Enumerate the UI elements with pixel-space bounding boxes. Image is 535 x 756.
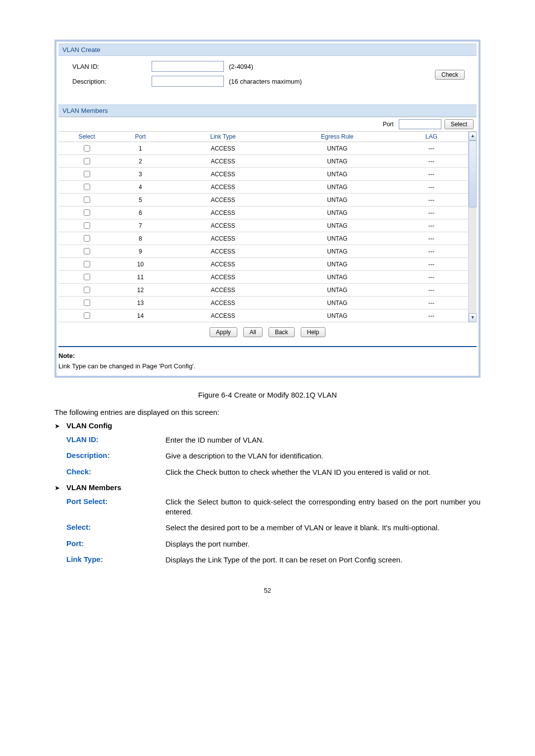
table-row: 1ACCESSUNTAG---: [58, 142, 468, 155]
row-port: 1: [115, 142, 166, 155]
apply-button[interactable]: Apply: [210, 327, 237, 337]
definition-text: Give a description to the VLAN for ident…: [165, 451, 481, 461]
row-port: 6: [115, 206, 166, 219]
row-port: 11: [115, 271, 166, 284]
table-row: 6ACCESSUNTAG---: [58, 206, 468, 219]
row-lag: ---: [394, 219, 468, 232]
row-link-type: ACCESS: [166, 309, 280, 322]
scroll-up-icon[interactable]: ▲: [469, 132, 477, 141]
port-select-input[interactable]: [399, 119, 441, 129]
table-row: 13ACCESSUNTAG---: [58, 297, 468, 309]
row-select-checkbox[interactable]: [84, 274, 90, 280]
table-row: 11ACCESSUNTAG---: [58, 271, 468, 284]
row-lag: ---: [394, 309, 468, 322]
app-frame: VLAN Create VLAN ID: (2-4094) Descriptio…: [54, 40, 481, 378]
row-select-checkbox[interactable]: [84, 222, 90, 229]
definition-term: Check:: [66, 467, 165, 476]
definition-term: Link Type:: [66, 555, 165, 563]
row-select-checkbox[interactable]: [84, 287, 90, 293]
row-link-type: ACCESS: [166, 194, 280, 206]
definition-text: Displays the port number.: [165, 539, 481, 549]
definition-row: Port Select:Click the Select button to q…: [66, 497, 481, 517]
port-select-label: Port: [383, 121, 394, 128]
row-port: 8: [115, 232, 166, 245]
row-link-type: ACCESS: [166, 181, 280, 194]
row-port: 12: [115, 284, 166, 297]
doc-subsection: ➤VLAN Members: [54, 483, 481, 493]
col-link-type: Link Type: [166, 132, 280, 142]
table-row: 4ACCESSUNTAG---: [58, 181, 468, 194]
definition-list: VLAN ID:Enter the ID number of VLAN.Desc…: [66, 435, 481, 477]
row-link-type: ACCESS: [166, 271, 280, 284]
all-button[interactable]: All: [243, 327, 263, 337]
description-input[interactable]: [152, 76, 224, 87]
note-label: Note:: [58, 352, 477, 359]
definition-text: Select the desired port to be a member o…: [165, 523, 481, 533]
row-egress-rule: UNTAG: [280, 142, 394, 155]
definition-term: Description:: [66, 451, 165, 459]
help-button[interactable]: Help: [301, 327, 326, 337]
scroll-thumb[interactable]: [469, 141, 477, 207]
row-port: 2: [115, 155, 166, 168]
row-select-checkbox[interactable]: [84, 184, 90, 190]
definition-text: Displays the Link Type of the port. It c…: [165, 555, 481, 565]
figure-caption: Figure 6-4 Create or Modify 802.1Q VLAN: [54, 391, 481, 399]
row-link-type: ACCESS: [166, 155, 280, 168]
row-egress-rule: UNTAG: [280, 232, 394, 245]
document-page: VLAN Create VLAN ID: (2-4094) Descriptio…: [0, 0, 535, 614]
row-select-checkbox[interactable]: [84, 235, 90, 242]
row-egress-rule: UNTAG: [280, 245, 394, 258]
row-lag: ---: [394, 142, 468, 155]
row-lag: ---: [394, 297, 468, 309]
page-number: 52: [54, 587, 481, 594]
row-egress-rule: UNTAG: [280, 219, 394, 232]
members-scrollbar[interactable]: ▲ ▼: [468, 132, 477, 322]
table-row: 2ACCESSUNTAG---: [58, 155, 468, 168]
port-select-row: Port Select: [58, 117, 477, 132]
row-egress-rule: UNTAG: [280, 271, 394, 284]
table-row: 8ACCESSUNTAG---: [58, 232, 468, 245]
row-link-type: ACCESS: [166, 284, 280, 297]
intro-line: The following entries are displayed on t…: [54, 408, 481, 416]
row-select-checkbox[interactable]: [84, 158, 90, 164]
vlan-id-input[interactable]: [152, 61, 224, 72]
subsection-title: VLAN Members: [66, 483, 121, 493]
row-lag: ---: [394, 168, 468, 181]
row-select-checkbox[interactable]: [84, 145, 90, 151]
definition-row: Check:Click the Check button to check wh…: [66, 467, 481, 477]
definition-row: VLAN ID:Enter the ID number of VLAN.: [66, 435, 481, 445]
row-port: 9: [115, 245, 166, 258]
subsection-title: VLAN Config: [66, 421, 112, 431]
table-row: 7ACCESSUNTAG---: [58, 219, 468, 232]
definition-term: Select:: [66, 523, 165, 531]
row-lag: ---: [394, 232, 468, 245]
row-select-checkbox[interactable]: [84, 300, 90, 306]
table-row: 3ACCESSUNTAG---: [58, 168, 468, 181]
vlan-id-hint: (2-4094): [229, 63, 253, 70]
table-row: 12ACCESSUNTAG---: [58, 284, 468, 297]
back-button[interactable]: Back: [268, 327, 295, 337]
row-select-checkbox[interactable]: [84, 248, 90, 254]
row-select-checkbox[interactable]: [84, 312, 90, 319]
col-egress-rule: Egress Rule: [280, 132, 394, 142]
check-button[interactable]: Check: [435, 70, 465, 80]
row-link-type: ACCESS: [166, 258, 280, 271]
row-port: 7: [115, 219, 166, 232]
definition-row: Select:Select the desired port to be a m…: [66, 523, 481, 533]
row-link-type: ACCESS: [166, 232, 280, 245]
row-select-checkbox[interactable]: [84, 197, 90, 203]
scroll-track[interactable]: [469, 141, 477, 313]
row-link-type: ACCESS: [166, 142, 280, 155]
vlan-create-title: VLAN Create: [58, 44, 477, 56]
scroll-down-icon[interactable]: ▼: [469, 313, 477, 322]
row-select-checkbox[interactable]: [84, 171, 90, 177]
table-row: 14ACCESSUNTAG---: [58, 309, 468, 322]
note-body: Link Type can be changed in Page 'Port C…: [58, 362, 477, 370]
row-select-checkbox[interactable]: [84, 209, 90, 216]
port-select-button[interactable]: Select: [444, 119, 474, 129]
row-select-checkbox[interactable]: [84, 261, 90, 267]
row-port: 10: [115, 258, 166, 271]
col-port: Port: [115, 132, 166, 142]
row-egress-rule: UNTAG: [280, 297, 394, 309]
col-lag: LAG: [394, 132, 468, 142]
